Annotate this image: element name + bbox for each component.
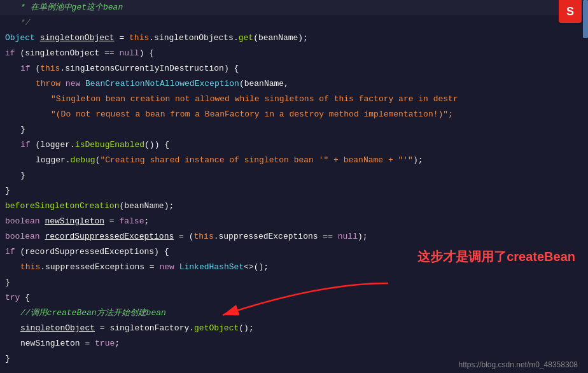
code-line: "(Do not request a bean from a BeanFacto… <box>0 107 588 122</box>
csdn-logo: S <box>559 0 582 23</box>
code-line: this.suppressedExceptions = new LinkedHa… <box>0 260 588 275</box>
scrollbar-indicator[interactable] <box>583 0 588 38</box>
code-line: if (this.singletonsCurrentlyInDestructio… <box>0 61 588 76</box>
code-line: if (singletonObject == null) { <box>0 46 588 61</box>
code-line: */ <box>0 15 588 31</box>
code-line: } <box>0 168 588 183</box>
code-line: } <box>0 122 588 137</box>
code-container: * 在单例池中get这个bean*/Object singletonObject… <box>0 0 588 373</box>
footer-url: https://blog.csdn.net/m0_48358308 <box>459 360 578 369</box>
csdn-logo-text: S <box>566 5 574 18</box>
code-line: throw new BeanCreationNotAllowedExceptio… <box>0 76 588 92</box>
code-line: newSingleton = true; <box>0 336 588 351</box>
code-line: } <box>0 183 588 199</box>
code-line: boolean recordSuppressedExceptions = (th… <box>0 229 588 244</box>
code-lines: * 在单例池中get这个bean*/Object singletonObject… <box>0 0 588 367</box>
code-line: if (logger.isDebugEnabled()) { <box>0 137 588 153</box>
code-line: logger.debug("Creating shared instance o… <box>0 153 588 168</box>
code-line: "Singleton bean creation not allowed whi… <box>0 92 588 107</box>
code-line: singletonObject = singletonFactory.getOb… <box>0 321 588 336</box>
code-line: boolean newSingleton = false; <box>0 214 588 229</box>
code-line: } <box>0 275 588 290</box>
code-line: * 在单例池中get这个bean <box>0 0 588 15</box>
code-line: //调用createBean方法开始创建bean <box>0 306 588 321</box>
code-line: try { <box>0 290 588 306</box>
code-line: Object singletonObject = this.singletonO… <box>0 31 588 46</box>
code-line: beforeSingletonCreation(beanName); <box>0 199 588 214</box>
code-line: if (recordSuppressedExceptions) { <box>0 244 588 260</box>
